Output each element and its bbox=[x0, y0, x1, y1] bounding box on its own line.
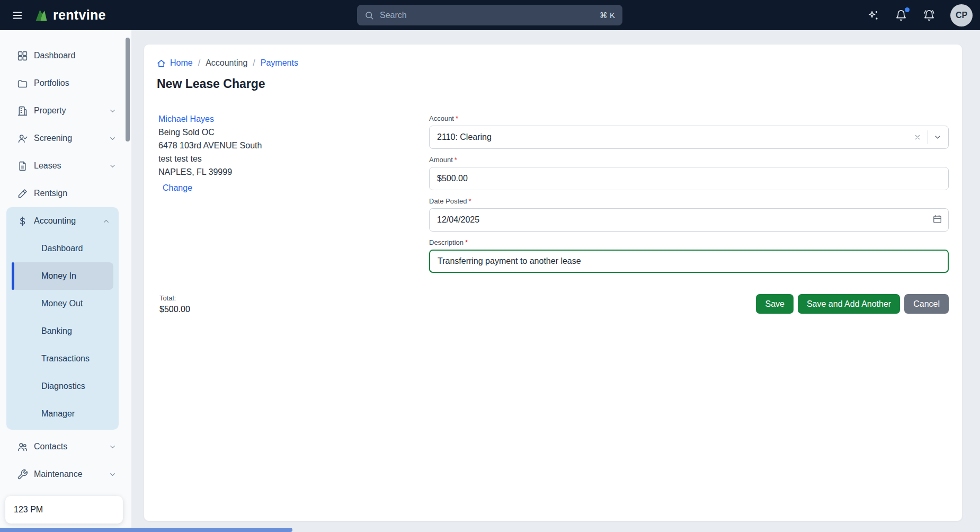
alerts-button[interactable] bbox=[922, 8, 936, 22]
amount-input[interactable] bbox=[429, 167, 949, 190]
ai-sparkle-button[interactable] bbox=[866, 8, 880, 22]
wrench-icon bbox=[17, 469, 28, 480]
sidebar-scrollbar-thumb[interactable] bbox=[126, 38, 130, 141]
chevron-down-icon bbox=[933, 133, 942, 141]
sidebar-item-leases[interactable]: Leases bbox=[0, 152, 131, 180]
actions-row: Total: $500.00 Save Save and Add Another… bbox=[157, 294, 949, 314]
document-icon bbox=[17, 161, 28, 172]
save-button[interactable]: Save bbox=[756, 294, 793, 314]
sidebar-item-contacts[interactable]: Contacts bbox=[0, 433, 131, 460]
calendar-button[interactable] bbox=[932, 214, 943, 225]
date-posted-input[interactable] bbox=[429, 208, 949, 232]
notification-dot bbox=[905, 7, 910, 12]
total-label: Total: bbox=[159, 294, 190, 302]
contacts-icon bbox=[17, 441, 28, 453]
sidebar-item-label: Dashboard bbox=[34, 51, 75, 60]
sidebar-subitem-money-in[interactable]: Money In bbox=[12, 262, 113, 290]
save-and-add-another-button[interactable]: Save and Add Another bbox=[798, 294, 900, 314]
sidebar-item-portfolios[interactable]: Portfolios bbox=[0, 69, 131, 97]
sidebar-item-rentsign[interactable]: Rentsign bbox=[0, 180, 131, 207]
sidebar-item-maintenance[interactable]: Maintenance bbox=[0, 460, 131, 488]
global-search[interactable]: Search ⌘ K bbox=[357, 5, 622, 25]
breadcrumb-separator: / bbox=[198, 58, 200, 68]
total-block: Total: $500.00 bbox=[157, 294, 190, 314]
sidebar-subitem-label: Money In bbox=[41, 271, 76, 281]
search-icon bbox=[364, 11, 374, 20]
horizontal-scrollbar-thumb[interactable] bbox=[0, 528, 292, 532]
account-label: Account* bbox=[429, 114, 949, 122]
breadcrumb-home-link[interactable]: Home bbox=[157, 58, 193, 68]
sidebar-subitem-label: Dashboard bbox=[41, 244, 83, 253]
breadcrumb: Home / Accounting / Payments bbox=[157, 58, 949, 68]
notifications-button[interactable] bbox=[894, 8, 908, 22]
sidebar-subitem-label: Transactions bbox=[41, 354, 90, 363]
required-asterisk: * bbox=[455, 156, 457, 164]
search-shortcut: ⌘ K bbox=[600, 11, 615, 20]
dashboard-icon bbox=[17, 50, 28, 61]
cancel-button[interactable]: Cancel bbox=[904, 294, 949, 314]
breadcrumb-separator: / bbox=[253, 58, 255, 68]
topbar: rentvine Search ⌘ K CP bbox=[0, 0, 980, 30]
sidebar-subitem-label: Manager bbox=[41, 409, 75, 419]
date-posted-field-group: Date Posted* bbox=[429, 197, 949, 232]
lease-summary: Michael Hayes Being Sold OC 6478 103rd A… bbox=[157, 114, 429, 280]
sidebar-subitem-diagnostics[interactable]: Diagnostics bbox=[12, 373, 113, 400]
rentvine-logo-icon bbox=[34, 8, 49, 23]
bell-ring-icon bbox=[923, 10, 935, 21]
sidebar-item-label: Property bbox=[34, 106, 66, 116]
rentvine-logo[interactable]: rentvine bbox=[34, 8, 106, 23]
sidebar-item-screening[interactable]: Screening bbox=[0, 125, 131, 152]
account-select[interactable]: 2110: Clearing bbox=[429, 126, 949, 149]
sidebar-accounting-section: Accounting Dashboard Money In Money Out … bbox=[6, 207, 119, 430]
sidebar-item-dashboard[interactable]: Dashboard bbox=[0, 42, 131, 69]
description-input[interactable] bbox=[429, 250, 949, 273]
dollar-icon bbox=[17, 216, 28, 227]
signature-pen-icon bbox=[17, 188, 28, 199]
hamburger-menu-button[interactable] bbox=[10, 7, 25, 23]
tenant-name-link[interactable]: Michael Hayes bbox=[158, 114, 214, 124]
sidebar-subitem-label: Banking bbox=[41, 326, 72, 336]
search-placeholder: Search bbox=[380, 11, 594, 20]
address-line-1: 6478 103rd AVENUE South bbox=[158, 141, 429, 150]
sidebar-item-accounting[interactable]: Accounting bbox=[6, 207, 119, 235]
chevron-down-icon bbox=[109, 135, 117, 143]
sidebar-subitem-money-out[interactable]: Money Out bbox=[12, 290, 113, 317]
required-asterisk: * bbox=[456, 114, 458, 122]
change-lease-link[interactable]: Change bbox=[163, 183, 192, 193]
property-name: Being Sold OC bbox=[158, 128, 429, 137]
description-field-group: Description* bbox=[429, 238, 949, 273]
sidebar-item-property[interactable]: Property bbox=[0, 97, 131, 125]
sidebar-subitem-label: Diagnostics bbox=[41, 382, 85, 391]
sidebar-item-label: Portfolios bbox=[34, 78, 69, 88]
account-field-group: Account* 2110: Clearing bbox=[429, 114, 949, 149]
clear-selection-button[interactable] bbox=[912, 131, 923, 143]
chevron-down-icon bbox=[109, 443, 117, 451]
charge-form: Account* 2110: Clearing bbox=[429, 114, 949, 280]
hamburger-icon bbox=[12, 10, 23, 21]
amount-label: Amount* bbox=[429, 156, 949, 164]
rentvine-logo-text: rentvine bbox=[53, 8, 106, 22]
address-line-2: test test tes bbox=[158, 154, 429, 164]
building-icon bbox=[17, 105, 28, 117]
sidebar-subitem-accounting-dashboard[interactable]: Dashboard bbox=[12, 235, 113, 262]
sidebar-item-label: Leases bbox=[34, 161, 61, 171]
chevron-down-icon bbox=[109, 471, 117, 478]
ai-sparkle-icon bbox=[867, 10, 879, 21]
required-asterisk: * bbox=[465, 238, 468, 246]
sidebar-subitem-banking[interactable]: Banking bbox=[12, 317, 113, 345]
form-layout: Michael Hayes Being Sold OC 6478 103rd A… bbox=[157, 114, 949, 280]
sidebar-item-label: Contacts bbox=[34, 442, 67, 451]
sidebar: Dashboard Portfolios Property Screening … bbox=[0, 30, 131, 532]
breadcrumb-payments-link[interactable]: Payments bbox=[261, 58, 298, 68]
page-card: Home / Accounting / Payments New Lease C… bbox=[144, 44, 963, 521]
sidebar-subitem-manager[interactable]: Manager bbox=[12, 400, 113, 428]
avatar-initials: CP bbox=[956, 11, 967, 20]
avatar[interactable]: CP bbox=[950, 4, 973, 26]
sidebar-subitem-label: Money Out bbox=[41, 299, 83, 308]
select-chevron-button[interactable] bbox=[932, 132, 943, 143]
amount-field-group: Amount* bbox=[429, 156, 949, 190]
sidebar-item-label: Accounting bbox=[34, 216, 76, 226]
sidebar-subitem-transactions[interactable]: Transactions bbox=[12, 345, 113, 373]
chevron-down-icon bbox=[109, 107, 117, 115]
account-select-value: 2110: Clearing bbox=[437, 132, 912, 142]
